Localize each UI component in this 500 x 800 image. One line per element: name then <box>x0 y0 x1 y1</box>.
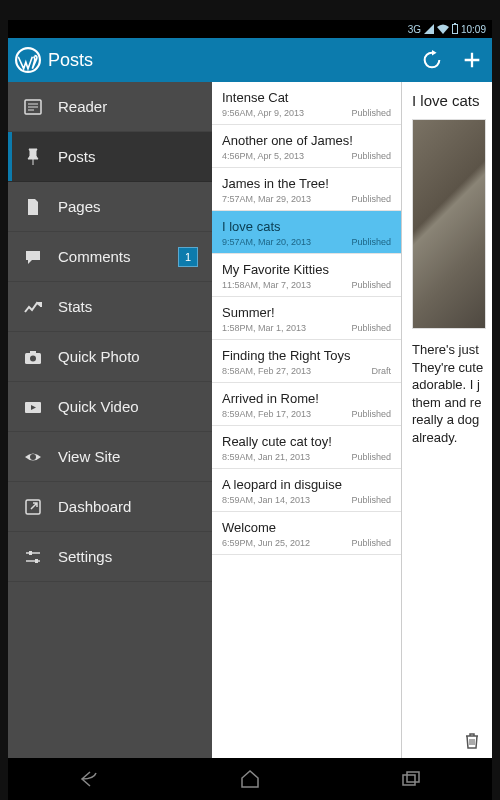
post-status: Published <box>351 452 391 462</box>
post-item[interactable]: I love cats9:57AM, Mar 20, 2013Published <box>212 211 401 254</box>
svg-rect-19 <box>407 772 419 782</box>
page-icon <box>22 196 44 218</box>
post-list: Intense Cat9:56AM, Apr 9, 2013PublishedA… <box>212 82 402 758</box>
post-title: James in the Tree! <box>222 176 391 191</box>
post-item[interactable]: Another one of James!4:56PM, Apr 5, 2013… <box>212 125 401 168</box>
sidebar-item-label: Settings <box>58 548 198 565</box>
post-title: My Favorite Kitties <box>222 262 391 277</box>
post-title: Intense Cat <box>222 90 391 105</box>
post-time: 8:59AM, Jan 21, 2013 <box>222 452 310 462</box>
sidebar-item-pages[interactable]: Pages <box>8 182 212 232</box>
post-status: Published <box>351 151 391 161</box>
sidebar-item-quick-photo[interactable]: Quick Photo <box>8 332 212 382</box>
post-item[interactable]: My Favorite Kitties11:58AM, Mar 7, 2013P… <box>212 254 401 297</box>
wifi-icon <box>437 24 449 34</box>
post-title: Welcome <box>222 520 391 535</box>
back-button[interactable] <box>64 765 114 793</box>
android-nav-bar <box>8 758 492 800</box>
detail-image <box>412 119 486 329</box>
post-status: Published <box>351 108 391 118</box>
post-time: 4:56PM, Apr 5, 2013 <box>222 151 304 161</box>
post-status: Published <box>351 409 391 419</box>
post-title: Summer! <box>222 305 391 320</box>
stats-icon <box>22 296 44 318</box>
sidebar-item-label: Posts <box>58 148 198 165</box>
sidebar-item-view-site[interactable]: View Site <box>8 432 212 482</box>
post-item[interactable]: James in the Tree!7:57AM, Mar 29, 2013Pu… <box>212 168 401 211</box>
reader-icon <box>22 96 44 118</box>
post-item[interactable]: Intense Cat9:56AM, Apr 9, 2013Published <box>212 82 401 125</box>
post-item[interactable]: Arrived in Rome!8:59AM, Feb 17, 2013Publ… <box>212 383 401 426</box>
sidebar-item-label: Dashboard <box>58 498 198 515</box>
battery-icon <box>452 24 458 34</box>
comment-icon <box>22 246 44 268</box>
sidebar-item-label: Quick Photo <box>58 348 198 365</box>
detail-body: There's just They're cute adorable. I j … <box>412 341 486 446</box>
post-time: 11:58AM, Mar 7, 2013 <box>222 280 311 290</box>
sidebar-item-comments[interactable]: Comments 1 <box>8 232 212 282</box>
action-bar: Posts <box>8 38 492 82</box>
post-item[interactable]: Summer!1:58PM, Mar 1, 2013Published <box>212 297 401 340</box>
post-time: 7:57AM, Mar 29, 2013 <box>222 194 311 204</box>
sidebar-item-label: Reader <box>58 98 198 115</box>
post-status: Published <box>351 280 391 290</box>
sidebar-item-posts[interactable]: Posts <box>8 132 212 182</box>
sidebar: Reader Posts Pages Comments 1 Stats Quic… <box>8 82 212 758</box>
video-icon <box>22 396 44 418</box>
post-title: Another one of James! <box>222 133 391 148</box>
comments-badge: 1 <box>178 247 198 267</box>
post-time: 1:58PM, Mar 1, 2013 <box>222 323 306 333</box>
sidebar-item-dashboard[interactable]: Dashboard <box>8 482 212 532</box>
add-button[interactable] <box>452 40 492 80</box>
sidebar-item-label: Pages <box>58 198 198 215</box>
sidebar-item-quick-video[interactable]: Quick Video <box>8 382 212 432</box>
post-title: Really cute cat toy! <box>222 434 391 449</box>
signal-icon <box>424 24 434 34</box>
post-title: A leopard in disguise <box>222 477 391 492</box>
sidebar-item-label: Stats <box>58 298 198 315</box>
sidebar-item-reader[interactable]: Reader <box>8 82 212 132</box>
wordpress-logo-icon[interactable] <box>8 40 48 80</box>
delete-button[interactable] <box>462 730 482 750</box>
post-status: Published <box>351 194 391 204</box>
post-title: Arrived in Rome! <box>222 391 391 406</box>
post-time: 8:59AM, Feb 17, 2013 <box>222 409 311 419</box>
post-status: Published <box>351 237 391 247</box>
svg-rect-13 <box>29 551 32 555</box>
network-label: 3G <box>408 24 421 35</box>
svg-point-9 <box>30 454 36 460</box>
camera-icon <box>22 346 44 368</box>
sidebar-item-label: Comments <box>58 248 164 265</box>
post-time: 6:59PM, Jun 25, 2012 <box>222 538 310 548</box>
android-status-bar: 3G 10:09 <box>8 20 492 38</box>
pin-icon <box>22 146 44 168</box>
eye-icon <box>22 446 44 468</box>
detail-title: I love cats <box>412 92 486 109</box>
post-detail: I love cats There's just They're cute ad… <box>402 82 492 758</box>
refresh-button[interactable] <box>412 40 452 80</box>
recent-apps-button[interactable] <box>386 765 436 793</box>
external-icon <box>22 496 44 518</box>
post-item[interactable]: A leopard in disguise8:59AM, Jan 14, 201… <box>212 469 401 512</box>
svg-point-6 <box>30 355 36 361</box>
post-status: Published <box>351 323 391 333</box>
svg-rect-18 <box>403 775 415 785</box>
post-status: Published <box>351 495 391 505</box>
sidebar-item-settings[interactable]: Settings <box>8 532 212 582</box>
post-time: 8:59AM, Jan 14, 2013 <box>222 495 310 505</box>
svg-rect-7 <box>30 351 36 354</box>
post-time: 9:56AM, Apr 9, 2013 <box>222 108 304 118</box>
post-item[interactable]: Welcome6:59PM, Jun 25, 2012Published <box>212 512 401 555</box>
post-time: 9:57AM, Mar 20, 2013 <box>222 237 311 247</box>
post-time: 8:58AM, Feb 27, 2013 <box>222 366 311 376</box>
post-item[interactable]: Finding the Right Toys8:58AM, Feb 27, 20… <box>212 340 401 383</box>
post-item[interactable]: Really cute cat toy!8:59AM, Jan 21, 2013… <box>212 426 401 469</box>
clock: 10:09 <box>461 24 486 35</box>
sidebar-item-stats[interactable]: Stats <box>8 282 212 332</box>
home-button[interactable] <box>225 765 275 793</box>
post-title: Finding the Right Toys <box>222 348 391 363</box>
svg-rect-14 <box>35 559 38 563</box>
post-status: Draft <box>371 366 391 376</box>
sidebar-item-label: Quick Video <box>58 398 198 415</box>
post-title: I love cats <box>222 219 391 234</box>
